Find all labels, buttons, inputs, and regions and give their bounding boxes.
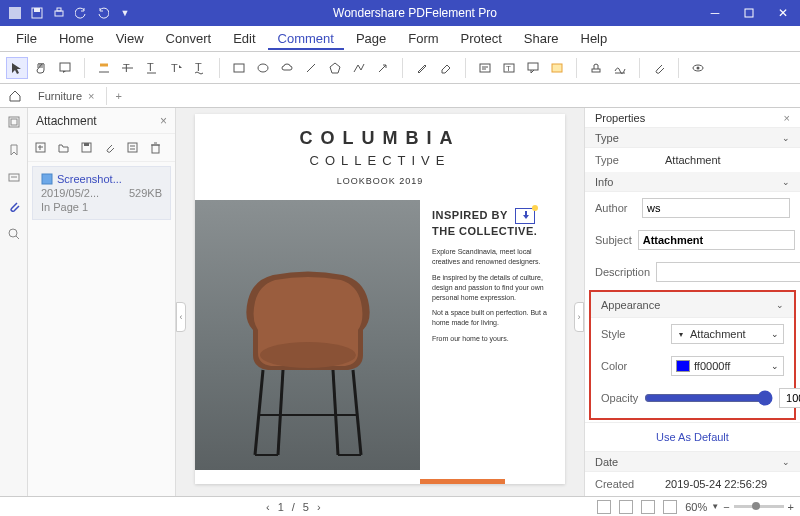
collapse-left-handle[interactable]: ‹ — [176, 302, 186, 332]
line-tool[interactable] — [300, 57, 322, 79]
eraser-tool[interactable] — [435, 57, 457, 79]
menu-convert[interactable]: Convert — [156, 27, 222, 50]
attachment-annotation-icon[interactable] — [515, 208, 535, 224]
menu-file[interactable]: File — [6, 27, 47, 50]
print-icon[interactable] — [52, 6, 66, 20]
arrow-tool[interactable] — [372, 57, 394, 79]
polygon-tool[interactable] — [324, 57, 346, 79]
redo-icon[interactable] — [96, 6, 110, 20]
section-type-header[interactable]: Type ⌄ — [585, 128, 800, 148]
tab-close-icon[interactable]: × — [88, 90, 94, 102]
area-highlight-tool[interactable] — [546, 57, 568, 79]
opacity-slider[interactable] — [644, 390, 773, 406]
document-tab[interactable]: Furniture × — [30, 87, 107, 105]
tab-label: Furniture — [38, 90, 82, 102]
open-attachment-icon[interactable] — [57, 141, 70, 154]
document-canvas[interactable]: ‹ › COLUMBIA COLLECTIVE LOOKBOOK 2019 — [176, 108, 584, 496]
menu-form[interactable]: Form — [398, 27, 448, 50]
menu-edit[interactable]: Edit — [223, 27, 265, 50]
panel-close-icon[interactable]: × — [160, 114, 167, 128]
thumbnails-icon[interactable] — [6, 114, 22, 130]
attachment-description-icon[interactable] — [126, 141, 139, 154]
prev-page-button[interactable]: ‹ — [266, 501, 270, 513]
color-select[interactable]: ff0000ff ⌄ — [671, 356, 784, 376]
squiggly-tool[interactable]: T — [189, 57, 211, 79]
style-select[interactable]: Attachment ⌄ — [671, 324, 784, 344]
author-input[interactable] — [642, 198, 790, 218]
note-tool[interactable] — [54, 57, 76, 79]
attachment-item[interactable]: Screenshot... 2019/05/2... 529KB In Page… — [32, 166, 171, 220]
oval-tool[interactable] — [252, 57, 274, 79]
view-mode-facing-continuous-icon[interactable] — [663, 500, 677, 514]
svg-rect-23 — [528, 63, 538, 70]
pencil-tool[interactable] — [411, 57, 433, 79]
attachment-panel-title: Attachment — [36, 114, 97, 128]
description-input[interactable] — [656, 262, 800, 282]
new-tab-button[interactable]: + — [107, 90, 129, 102]
menu-share[interactable]: Share — [514, 27, 569, 50]
typewriter-tool[interactable]: T — [498, 57, 520, 79]
section-date-header[interactable]: Date ⌄ — [585, 452, 800, 472]
hand-tool[interactable] — [30, 57, 52, 79]
svg-line-17 — [379, 65, 386, 72]
opacity-value-input[interactable] — [779, 388, 800, 408]
text-box-tool[interactable] — [474, 57, 496, 79]
attachment-tool[interactable] — [648, 57, 670, 79]
section-appearance-header[interactable]: Appearance ⌄ — [591, 292, 794, 318]
maximize-button[interactable] — [732, 0, 766, 26]
qat-dropdown-icon[interactable]: ▼ — [118, 6, 132, 20]
section-info-header[interactable]: Info ⌄ — [585, 172, 800, 192]
home-icon[interactable] — [8, 89, 22, 103]
signature-tool[interactable] — [609, 57, 631, 79]
menu-home[interactable]: Home — [49, 27, 104, 50]
add-attachment-icon[interactable] — [34, 141, 47, 154]
strikethrough-tool[interactable]: T — [117, 57, 139, 79]
minimize-button[interactable]: ─ — [698, 0, 732, 26]
attachments-icon[interactable] — [6, 198, 22, 214]
annotations-icon[interactable] — [6, 170, 22, 186]
view-mode-single-icon[interactable] — [597, 500, 611, 514]
view-mode-continuous-icon[interactable] — [619, 500, 633, 514]
menu-protect[interactable]: Protect — [451, 27, 512, 50]
zoom-dropdown-icon[interactable]: ▼ — [711, 502, 719, 511]
doc-accent-bar — [420, 479, 505, 484]
save-icon[interactable] — [30, 6, 44, 20]
properties-close-icon[interactable]: × — [784, 112, 790, 124]
underline-tool[interactable]: T — [141, 57, 163, 79]
highlight-tool[interactable] — [93, 57, 115, 79]
collapse-right-handle[interactable]: › — [574, 302, 584, 332]
connected-lines-tool[interactable] — [348, 57, 370, 79]
bookmarks-icon[interactable] — [6, 142, 22, 158]
stamp-tool[interactable] — [585, 57, 607, 79]
attachment-link-icon[interactable] — [103, 141, 116, 154]
zoom-out-button[interactable]: − — [723, 501, 729, 513]
chevron-down-icon: ⌄ — [782, 177, 790, 187]
select-tool[interactable] — [6, 57, 28, 79]
caret-tool[interactable]: T — [165, 57, 187, 79]
svg-rect-3 — [55, 11, 63, 16]
svg-rect-25 — [592, 69, 600, 72]
undo-icon[interactable] — [74, 6, 88, 20]
save-attachment-icon[interactable] — [80, 141, 93, 154]
use-as-default-button[interactable]: Use As Default — [585, 422, 800, 452]
zoom-slider[interactable] — [734, 505, 784, 508]
next-page-button[interactable]: › — [317, 501, 321, 513]
svg-line-15 — [307, 64, 315, 72]
zoom-in-button[interactable]: + — [788, 501, 794, 513]
svg-line-51 — [333, 370, 338, 455]
menu-comment[interactable]: Comment — [268, 27, 344, 50]
menu-view[interactable]: View — [106, 27, 154, 50]
callout-tool[interactable] — [522, 57, 544, 79]
cloud-tool[interactable] — [276, 57, 298, 79]
rectangle-tool[interactable] — [228, 57, 250, 79]
attachment-panel: Attachment × Screenshot... 2019/05/2... … — [28, 108, 176, 496]
image-file-icon — [41, 173, 53, 185]
menu-page[interactable]: Page — [346, 27, 396, 50]
delete-attachment-icon[interactable] — [149, 141, 162, 154]
view-mode-facing-icon[interactable] — [641, 500, 655, 514]
close-button[interactable]: ✕ — [766, 0, 800, 26]
subject-input[interactable] — [638, 230, 795, 250]
menu-help[interactable]: Help — [571, 27, 618, 50]
hide-annotations-tool[interactable] — [687, 57, 709, 79]
search-icon[interactable] — [6, 226, 22, 242]
